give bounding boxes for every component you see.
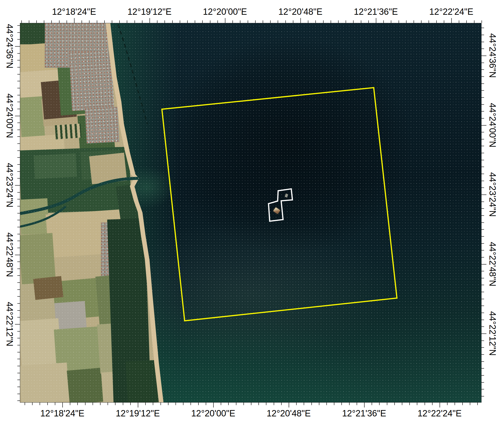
minor-tick <box>17 150 20 151</box>
minor-tick <box>482 305 484 306</box>
minor-tick <box>331 20 331 23</box>
minor-tick <box>357 403 357 405</box>
minor-tick <box>482 292 484 292</box>
minor-tick <box>21 20 22 23</box>
minor-tick <box>119 20 120 23</box>
minor-tick <box>202 20 203 23</box>
minor-tick <box>482 90 484 91</box>
major-tick <box>482 56 486 56</box>
major-tick <box>213 403 214 407</box>
minor-tick <box>55 403 55 405</box>
major-tick <box>289 403 289 407</box>
minor-tick <box>142 20 142 23</box>
minor-tick <box>477 403 478 405</box>
minor-tick <box>466 20 467 23</box>
minor-tick <box>402 403 402 405</box>
minor-tick <box>353 20 354 23</box>
minor-tick <box>164 20 165 23</box>
minor-tick <box>17 359 20 359</box>
longitude-label: 12°18'24"E <box>52 7 96 17</box>
minor-tick <box>482 187 484 188</box>
minor-tick <box>255 20 256 23</box>
minor-tick <box>293 20 293 23</box>
minor-tick <box>17 109 20 109</box>
minor-tick <box>17 122 20 123</box>
minor-tick <box>482 118 484 119</box>
minor-tick <box>172 20 173 23</box>
minor-tick <box>89 20 90 23</box>
minor-tick <box>482 243 484 244</box>
longitude-label: 12°22'24"E <box>418 408 461 419</box>
minor-tick <box>482 83 484 84</box>
minor-tick <box>44 20 44 23</box>
longitude-label: 12°20'48"E <box>278 7 322 17</box>
minor-tick <box>263 20 263 23</box>
minor-tick <box>59 20 59 23</box>
minor-tick <box>482 257 484 257</box>
minor-tick <box>17 88 20 88</box>
minor-tick <box>100 403 100 405</box>
major-tick <box>376 18 376 23</box>
minor-tick <box>482 42 484 42</box>
latitude-label: 44°23'24"N <box>4 163 14 207</box>
minor-tick <box>338 20 339 23</box>
minor-tick <box>482 49 484 49</box>
minor-tick <box>17 192 20 193</box>
minor-tick <box>278 20 278 23</box>
minor-tick <box>17 220 20 220</box>
minor-tick <box>341 403 342 405</box>
minor-tick <box>232 20 233 23</box>
minor-tick <box>304 403 304 405</box>
minor-tick <box>482 139 484 139</box>
minor-tick <box>17 171 20 172</box>
major-tick <box>62 403 63 407</box>
minor-tick <box>67 20 67 23</box>
minor-tick <box>17 400 20 401</box>
minor-tick <box>429 20 429 23</box>
minor-tick <box>97 20 97 23</box>
minor-tick <box>17 345 20 345</box>
minor-tick <box>346 20 346 23</box>
minor-tick <box>210 20 210 23</box>
minor-tick <box>482 69 484 70</box>
minor-tick <box>243 403 244 405</box>
minor-tick <box>17 317 20 318</box>
minor-tick <box>17 303 20 304</box>
minor-tick <box>17 248 20 248</box>
minor-tick <box>17 67 20 67</box>
minor-tick <box>482 222 484 223</box>
minor-tick <box>368 20 369 23</box>
latitude-label: 44°24'36"N <box>4 24 14 68</box>
map-figure: 12°18'24"E12°19'12"E12°20'00"E12°20'48"E… <box>0 0 504 426</box>
minor-tick <box>482 250 484 250</box>
minor-tick <box>251 403 251 405</box>
minor-tick <box>462 403 463 405</box>
minor-tick <box>17 282 20 283</box>
minor-tick <box>482 28 484 28</box>
minor-tick <box>327 403 327 405</box>
minor-tick <box>482 361 484 362</box>
minor-tick <box>198 403 199 405</box>
minor-tick <box>17 164 20 165</box>
minor-tick <box>104 20 105 23</box>
minor-tick <box>447 403 447 405</box>
longitude-label: 12°21'36"E <box>354 7 398 17</box>
longitude-label: 12°20'00"E <box>203 7 247 17</box>
latitude-label: 44°22'48"N <box>4 233 14 277</box>
minor-tick <box>123 403 123 405</box>
minor-tick <box>85 403 85 405</box>
minor-tick <box>161 403 161 405</box>
minor-tick <box>17 394 20 394</box>
minor-tick <box>82 20 82 23</box>
latitude-label: 44°22'48"N <box>487 242 497 286</box>
minor-tick <box>482 20 482 23</box>
minor-tick <box>130 403 131 405</box>
minor-tick <box>25 403 25 405</box>
minor-tick <box>482 285 484 285</box>
minor-tick <box>206 403 206 405</box>
minor-tick <box>77 403 78 405</box>
minor-tick <box>482 368 484 369</box>
minor-tick <box>240 20 240 23</box>
minor-tick <box>482 229 484 230</box>
vector-overlays <box>20 23 482 403</box>
